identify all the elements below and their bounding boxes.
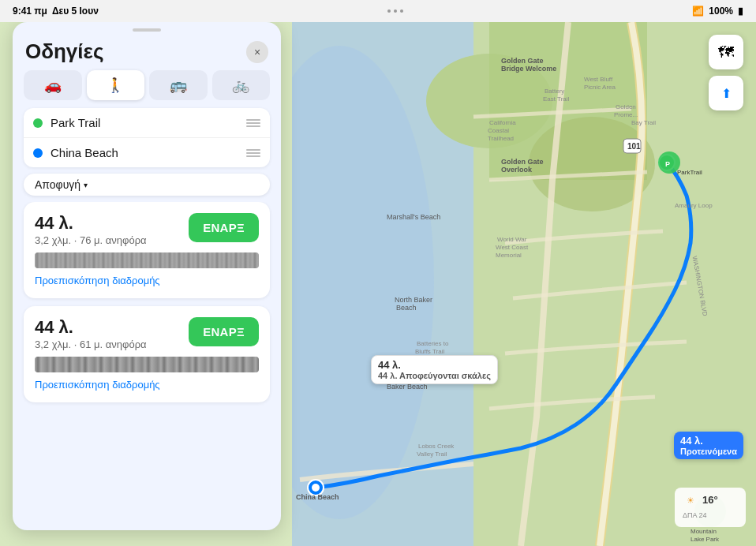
avoid-label: Αποφυγή bbox=[35, 178, 80, 191]
svg-text:16°: 16° bbox=[702, 494, 718, 506]
route-1-info: 44 λ. 3,2 χλμ. · 76 μ. ανηφόρα bbox=[35, 213, 147, 246]
svg-text:Battery: Battery bbox=[545, 88, 564, 95]
route-1-time: 44 λ. bbox=[35, 213, 147, 234]
bike-icon: 🚲 bbox=[232, 77, 249, 94]
svg-text:West Coast: West Coast bbox=[496, 244, 529, 251]
svg-text:Amaury Loop: Amaury Loop bbox=[675, 202, 713, 209]
preview-link-1[interactable]: Προεπισκόπηση διαδρομής bbox=[35, 275, 160, 286]
route-1-detail: 3,2 χλμ. · 76 μ. ανηφόρα bbox=[35, 234, 147, 246]
sidebar-panel: Οδηγίες × 🚗 🚶 🚌 🚲 Park Trail bbox=[13, 22, 281, 530]
avoid-stairs-time: 44 λ. bbox=[378, 359, 491, 371]
origin-text: Park Trail bbox=[51, 116, 238, 129]
svg-text:☀: ☀ bbox=[687, 496, 694, 505]
svg-text:Lobos Creek: Lobos Creek bbox=[418, 443, 455, 450]
svg-text:Valley Trail: Valley Trail bbox=[417, 451, 447, 458]
layers-button[interactable]: 🗺 bbox=[709, 35, 743, 69]
svg-text:Trailhead: Trailhead bbox=[488, 135, 514, 142]
transit-icon: 🚌 bbox=[170, 77, 187, 94]
time: 9:41 πμ bbox=[13, 6, 47, 17]
svg-text:Lake Park: Lake Park bbox=[691, 536, 720, 543]
status-right: 📶 100% ▮ bbox=[692, 6, 743, 17]
origin-dot bbox=[33, 118, 43, 128]
route-card-1-top: 44 λ. 3,2 χλμ. · 76 μ. ανηφόρα ΕΝΑΡΞ bbox=[35, 213, 259, 246]
svg-text:Bay Trail: Bay Trail bbox=[631, 119, 656, 126]
svg-text:Golden: Golden bbox=[616, 103, 636, 110]
layers-icon: 🗺 bbox=[718, 43, 734, 62]
route-inputs: Park Trail China Beach bbox=[24, 108, 270, 167]
route-2-detail: 3,2 χλμ. · 61 μ. ανηφόρα bbox=[35, 338, 147, 350]
close-icon: × bbox=[254, 46, 260, 58]
avoid-stairs-callout[interactable]: 44 λ. 44 λ. Αποφεύγονται σκάλες bbox=[371, 355, 498, 384]
svg-text:Bluffs Trail: Bluffs Trail bbox=[415, 348, 444, 355]
svg-text:Coastal: Coastal bbox=[488, 127, 509, 134]
recommended-label: Προτεινόμενα bbox=[680, 447, 737, 456]
route-card-1: 44 λ. 3,2 χλμ. · 76 μ. ανηφόρα ΕΝΑΡΞ Προ… bbox=[24, 202, 270, 298]
svg-text:Marshall's Beach: Marshall's Beach bbox=[387, 213, 440, 221]
svg-text:Beach: Beach bbox=[396, 304, 417, 312]
route-card-2: 44 λ. 3,2 χλμ. · 61 μ. ανηφόρα ΕΝΑΡΞ Προ… bbox=[24, 306, 270, 402]
svg-point-8 bbox=[312, 484, 320, 492]
date: Δευ 5 Ιουν bbox=[52, 6, 99, 17]
battery-icon: ▮ bbox=[738, 6, 743, 17]
svg-text:China Beach: China Beach bbox=[296, 493, 339, 501]
svg-text:Mountain: Mountain bbox=[691, 528, 717, 535]
sidebar-title: Οδηγίες bbox=[25, 39, 103, 64]
svg-text:P: P bbox=[665, 160, 670, 168]
transport-tabs: 🚗 🚶 🚌 🚲 bbox=[13, 70, 281, 108]
svg-text:101: 101 bbox=[627, 142, 641, 151]
route-card-2-top: 44 λ. 3,2 χλμ. · 61 μ. ανηφόρα ΕΝΑΡΞ bbox=[35, 317, 259, 350]
destination-dot bbox=[33, 148, 43, 158]
center-dots bbox=[387, 9, 403, 13]
destination-row[interactable]: China Beach bbox=[24, 138, 270, 167]
svg-text:Overlook: Overlook bbox=[501, 166, 533, 174]
close-button[interactable]: × bbox=[246, 41, 268, 63]
preview-link-2[interactable]: Προεπισκόπηση διαδρομής bbox=[35, 379, 160, 391]
svg-text:East Trail: East Trail bbox=[543, 95, 570, 103]
svg-text:Batteries to: Batteries to bbox=[417, 340, 449, 347]
svg-text:ΔΠΑ 24: ΔΠΑ 24 bbox=[683, 511, 707, 519]
chevron-down-icon: ▾ bbox=[84, 181, 88, 189]
status-bar: 9:41 πμ Δευ 5 Ιουν 📶 100% ▮ bbox=[0, 0, 756, 22]
svg-text:Golden Gate: Golden Gate bbox=[501, 158, 544, 166]
route-2-time: 44 λ. bbox=[35, 317, 147, 338]
compass-icon: ⬆ bbox=[721, 86, 732, 101]
status-left: 9:41 πμ Δευ 5 Ιουν bbox=[13, 6, 99, 17]
route-2-elevation bbox=[35, 357, 259, 372]
car-icon: 🚗 bbox=[44, 77, 62, 94]
svg-text:Golden Gate: Golden Gate bbox=[501, 57, 544, 65]
wifi-icon: 📶 bbox=[692, 6, 704, 17]
recommended-callout[interactable]: 44 λ. Προτεινόμενα bbox=[674, 432, 743, 459]
destination-handle[interactable] bbox=[246, 149, 260, 157]
svg-text:World War: World War bbox=[497, 236, 527, 243]
walk-icon: 🚶 bbox=[107, 77, 124, 94]
avoid-button[interactable]: Αποφυγή ▾ bbox=[24, 174, 270, 196]
svg-text:Prome...: Prome... bbox=[614, 111, 638, 118]
route-2-info: 44 λ. 3,2 χλμ. · 61 μ. ανηφόρα bbox=[35, 317, 147, 350]
tab-walk[interactable]: 🚶 bbox=[87, 70, 145, 100]
routes-list: 44 λ. 3,2 χλμ. · 76 μ. ανηφόρα ΕΝΑΡΞ Προ… bbox=[13, 202, 281, 530]
svg-text:Picnic Area: Picnic Area bbox=[584, 84, 616, 91]
tab-transit[interactable]: 🚌 bbox=[149, 70, 208, 100]
origin-handle[interactable] bbox=[246, 119, 260, 127]
start-button-2[interactable]: ΕΝΑΡΞ bbox=[189, 317, 259, 346]
svg-text:Bridge Welcome: Bridge Welcome bbox=[501, 65, 556, 73]
battery-label: 100% bbox=[709, 6, 733, 17]
destination-text: China Beach bbox=[51, 146, 238, 159]
avoid-stairs-label: 44 λ. Αποφεύγονται σκάλες bbox=[378, 371, 491, 380]
tab-car[interactable]: 🚗 bbox=[24, 70, 82, 100]
route-1-elevation bbox=[35, 252, 259, 268]
svg-text:California: California bbox=[489, 119, 516, 126]
svg-text:North Baker: North Baker bbox=[395, 296, 432, 304]
start-button-1[interactable]: ΕΝΑΡΞ bbox=[189, 213, 259, 242]
sidebar-header: Οδηγίες × bbox=[13, 32, 281, 70]
tab-bike[interactable]: 🚲 bbox=[212, 70, 271, 100]
recommended-time: 44 λ. bbox=[680, 435, 737, 447]
svg-text:Memorial: Memorial bbox=[496, 252, 522, 259]
svg-text:ParkTrail: ParkTrail bbox=[677, 169, 702, 176]
origin-row[interactable]: Park Trail bbox=[24, 108, 270, 138]
svg-text:West Bluff: West Bluff bbox=[584, 76, 613, 83]
map-controls: 🗺 ⬆ bbox=[709, 35, 743, 110]
compass-button[interactable]: ⬆ bbox=[709, 76, 743, 110]
